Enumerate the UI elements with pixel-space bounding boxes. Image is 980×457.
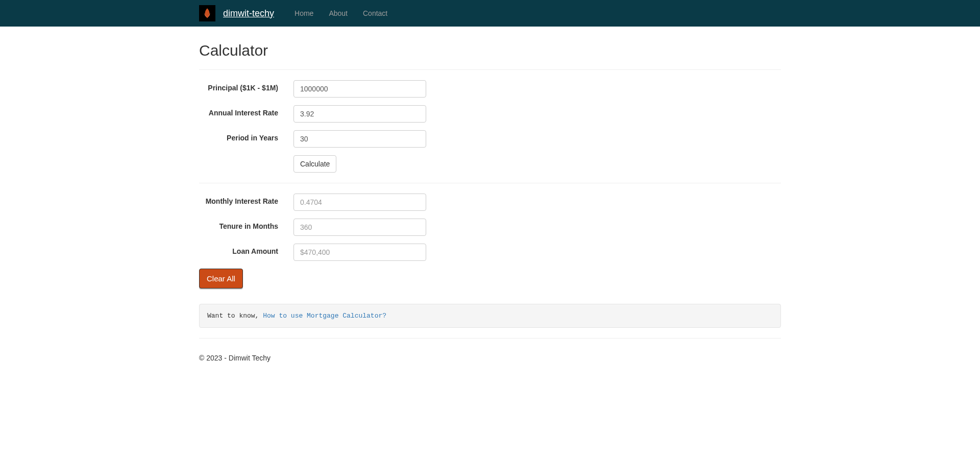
- tenure-months-output: [293, 219, 426, 236]
- tenure-months-label: Tenure in Months: [199, 219, 286, 230]
- nav-links: Home About Contact: [287, 2, 395, 25]
- clear-all-button[interactable]: Clear All: [199, 269, 243, 288]
- divider-mid: [199, 183, 781, 183]
- nav-about[interactable]: About: [329, 9, 348, 17]
- annual-rate-label: Annual Interest Rate: [199, 105, 286, 117]
- calculate-row: Calculate: [199, 155, 781, 173]
- brand-link[interactable]: dimwit-techy: [223, 8, 274, 19]
- monthly-rate-output: [293, 194, 426, 211]
- period-years-label: Period in Years: [199, 130, 286, 142]
- calculator-form: Principal ($1K - $1M) Annual Interest Ra…: [199, 80, 781, 288]
- main-content: Calculator Principal ($1K - $1M) Annual …: [191, 27, 789, 377]
- page-title: Calculator: [199, 42, 781, 59]
- how-to-link[interactable]: How to use Mortgage Calculator?: [263, 312, 386, 320]
- divider-footer: [199, 338, 781, 339]
- period-years-input[interactable]: [293, 130, 426, 148]
- calculate-button[interactable]: Calculate: [293, 155, 336, 173]
- top-navbar: dimwit-techy Home About Contact: [0, 0, 980, 27]
- well-prefix: Want to know,: [207, 312, 263, 320]
- nav-home[interactable]: Home: [295, 9, 313, 17]
- monthly-rate-row: Monthly Interest Rate: [199, 194, 781, 211]
- brand-logo[interactable]: [199, 5, 215, 21]
- loan-amount-label: Loan Amount: [199, 244, 286, 255]
- annual-rate-row: Annual Interest Rate: [199, 105, 781, 123]
- principal-row: Principal ($1K - $1M): [199, 80, 781, 98]
- clear-row: Clear All: [199, 269, 781, 288]
- principal-input[interactable]: [293, 80, 426, 98]
- footer-text: © 2023 - Dimwit Techy: [199, 354, 781, 362]
- nav-contact[interactable]: Contact: [363, 9, 387, 17]
- loan-amount-output: [293, 244, 426, 261]
- tenure-months-row: Tenure in Months: [199, 219, 781, 236]
- principal-label: Principal ($1K - $1M): [199, 80, 286, 92]
- divider-top: [199, 69, 781, 70]
- phoenix-icon: [201, 7, 214, 20]
- info-well: Want to know, How to use Mortgage Calcul…: [199, 304, 781, 328]
- loan-amount-row: Loan Amount: [199, 244, 781, 261]
- annual-rate-input[interactable]: [293, 105, 426, 123]
- period-years-row: Period in Years: [199, 130, 781, 148]
- footer: © 2023 - Dimwit Techy: [199, 349, 781, 377]
- monthly-rate-label: Monthly Interest Rate: [199, 194, 286, 205]
